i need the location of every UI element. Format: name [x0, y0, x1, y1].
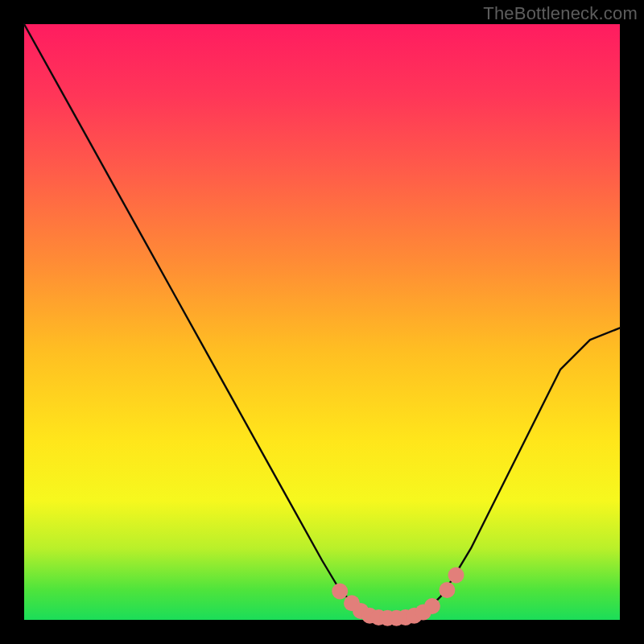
curve-marker: [448, 568, 464, 584]
watermark-text: TheBottleneck.com: [483, 3, 638, 24]
bottleneck-curve: [24, 24, 620, 618]
chart-frame: TheBottleneck.com: [0, 0, 644, 644]
curve-canvas: [24, 24, 620, 620]
curve-marker: [332, 584, 348, 600]
curve-marker: [424, 598, 440, 614]
curve-marker: [439, 582, 455, 598]
